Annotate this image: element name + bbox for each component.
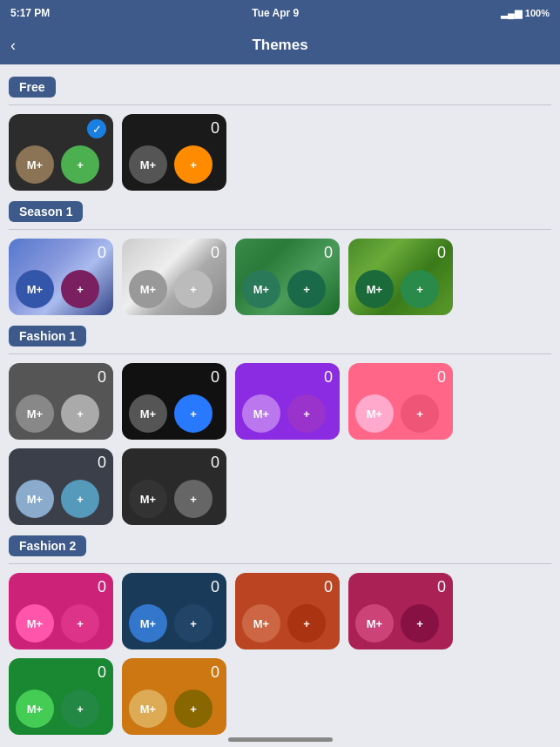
plus-button[interactable]: + <box>174 394 213 433</box>
plus-button[interactable]: + <box>174 270 213 308</box>
theme-card[interactable]: 0M++ <box>348 239 453 315</box>
plus-button[interactable]: + <box>287 604 326 643</box>
plus-button[interactable]: + <box>174 480 213 518</box>
theme-row: 0M++0M++0M++0M++0M++0M++ <box>9 573 551 735</box>
card-btn-row: M++ <box>129 480 219 518</box>
memory-plus-button[interactable]: M+ <box>129 480 167 518</box>
card-btn-row: M++ <box>129 690 219 728</box>
status-date: Tue Apr 9 <box>252 7 299 19</box>
card-btn-row: M++ <box>242 270 333 308</box>
memory-plus-button[interactable]: M+ <box>16 270 54 308</box>
theme-card[interactable]: 0M++ <box>122 239 226 315</box>
card-btn-row: M++ <box>16 270 106 308</box>
card-btn-row: M++ <box>129 604 219 643</box>
theme-card[interactable]: 0M++ <box>9 448 113 525</box>
selected-checkmark: ✓ <box>87 119 106 138</box>
card-btn-row: M++ <box>129 145 219 184</box>
plus-button[interactable]: + <box>174 690 213 728</box>
home-indicator <box>228 737 333 742</box>
card-btn-row: M++ <box>16 604 106 643</box>
battery-icon: 100% <box>525 8 550 18</box>
memory-plus-button[interactable]: M+ <box>16 690 54 728</box>
plus-button[interactable]: + <box>401 394 439 433</box>
theme-card[interactable]: 0M++ <box>235 363 340 440</box>
theme-row: M++✓0M++ <box>9 114 551 191</box>
card-count: 0 <box>98 578 106 596</box>
theme-card[interactable]: 0M++ <box>122 448 226 525</box>
memory-plus-button[interactable]: M+ <box>16 480 54 518</box>
back-button[interactable]: ‹ <box>10 37 16 55</box>
theme-card[interactable]: 0M++ <box>122 573 226 649</box>
card-count: 0 <box>324 368 333 387</box>
section-divider <box>9 229 551 230</box>
theme-card[interactable]: 0M++ <box>122 658 226 735</box>
card-btn-row: M++ <box>242 604 333 643</box>
plus-button[interactable]: + <box>61 480 99 518</box>
memory-plus-button[interactable]: M+ <box>129 604 167 643</box>
theme-card[interactable]: 0M++ <box>9 363 113 440</box>
status-time: 5:17 PM <box>10 7 50 19</box>
card-count: 0 <box>211 244 219 262</box>
plus-button[interactable]: + <box>174 604 213 643</box>
card-count: 0 <box>98 368 106 387</box>
theme-card[interactable]: 0M++ <box>348 573 453 649</box>
memory-plus-button[interactable]: M+ <box>355 604 394 643</box>
section-header: Season 1 <box>9 196 551 229</box>
theme-card[interactable]: 0M++ <box>348 363 453 440</box>
theme-card[interactable]: 0M++ <box>9 573 113 649</box>
card-btn-row: M++ <box>129 394 219 433</box>
card-count: 0 <box>211 578 219 596</box>
plus-button[interactable]: + <box>61 270 99 308</box>
card-count: 0 <box>211 368 219 387</box>
theme-card[interactable]: 0M++ <box>235 239 340 315</box>
memory-plus-button[interactable]: M+ <box>129 145 167 184</box>
plus-button[interactable]: + <box>287 270 326 308</box>
memory-plus-button[interactable]: M+ <box>242 394 280 433</box>
wifi-icon: ▂▄▆ <box>501 8 522 19</box>
memory-plus-button[interactable]: M+ <box>16 145 54 184</box>
plus-button[interactable]: + <box>61 394 99 433</box>
card-btn-row: M++ <box>355 604 446 643</box>
card-btn-row: M++ <box>16 480 106 518</box>
theme-card[interactable]: 0M++ <box>122 114 226 191</box>
section-label: Fashion 2 <box>9 535 86 556</box>
memory-plus-button[interactable]: M+ <box>355 394 394 433</box>
status-icons: ▂▄▆ 100% <box>501 8 550 19</box>
card-count: 0 <box>324 244 333 262</box>
memory-plus-button[interactable]: M+ <box>242 270 280 308</box>
card-btn-row: M++ <box>355 394 446 433</box>
nav-bar: ‹ Themes <box>0 26 560 64</box>
memory-plus-button[interactable]: M+ <box>16 604 54 643</box>
section-header: Fashion 2 <box>9 530 551 563</box>
memory-plus-button[interactable]: M+ <box>129 690 167 728</box>
plus-button[interactable]: + <box>401 270 439 308</box>
theme-row: 0M++0M++0M++0M++ <box>9 239 551 315</box>
card-count: 0 <box>211 454 219 472</box>
section-label: Season 1 <box>9 201 83 222</box>
memory-plus-button[interactable]: M+ <box>242 604 280 643</box>
section-divider <box>9 104 551 105</box>
memory-plus-button[interactable]: M+ <box>355 270 394 308</box>
card-count: 0 <box>437 578 446 596</box>
theme-card[interactable]: 0M++ <box>9 239 113 315</box>
plus-button[interactable]: + <box>287 394 326 433</box>
plus-button[interactable]: + <box>61 604 99 643</box>
card-btn-row: M++ <box>242 394 333 433</box>
card-btn-row: M++ <box>129 270 219 308</box>
memory-plus-button[interactable]: M+ <box>129 270 167 308</box>
card-count: 0 <box>437 244 446 262</box>
plus-button[interactable]: + <box>61 690 99 728</box>
card-btn-row: M++ <box>16 394 106 433</box>
theme-card[interactable]: 0M++ <box>122 363 226 440</box>
memory-plus-button[interactable]: M+ <box>16 394 54 433</box>
card-btn-row: M++ <box>355 270 446 308</box>
theme-card[interactable]: M++✓ <box>9 114 113 191</box>
plus-button[interactable]: + <box>61 145 99 184</box>
plus-button[interactable]: + <box>174 145 213 184</box>
theme-card[interactable]: 0M++ <box>235 573 340 649</box>
plus-button[interactable]: + <box>401 604 439 643</box>
card-count: 0 <box>211 119 219 138</box>
theme-card[interactable]: 0M++ <box>9 658 113 735</box>
memory-plus-button[interactable]: M+ <box>129 394 167 433</box>
card-btn-row: M++ <box>16 145 106 184</box>
